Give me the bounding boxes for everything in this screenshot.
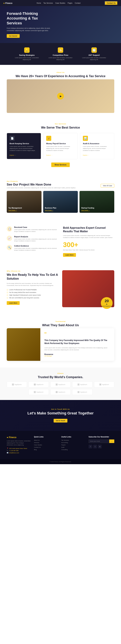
facebook-icon[interactable]: f — [88, 445, 92, 448]
footer-useful-4[interactable]: Consulting — [61, 449, 85, 450]
footer-quick-title: Quick Links — [34, 436, 58, 438]
project-tax-bg: Tax Management View Detail → — [7, 191, 42, 213]
nav-case[interactable]: Case Studies — [55, 2, 65, 4]
features-strip: 💡 Saving Strategies Lorem ipsum dolor si… — [0, 43, 121, 65]
experience-section: About Us We Have 20+ Years Of Experience… — [0, 65, 121, 116]
logo-icon-5: ■ — [99, 384, 101, 386]
project-tax[interactable]: Tax Management View Detail → — [7, 191, 42, 213]
stat-report-title: Report Analysis — [14, 236, 58, 238]
play-button[interactable] — [57, 93, 64, 100]
view-all-button[interactable]: View All Case — [101, 184, 114, 188]
project-tax-link[interactable]: View Detail → — [8, 210, 22, 211]
hero-section: Forward-Thinking Accounting & Tax Servic… — [0, 6, 121, 43]
footer-useful-col: Useful Links Tax Services Accounting Pay… — [61, 436, 85, 454]
big-number: 300+ — [63, 241, 114, 248]
payroll-icon: 💰 — [46, 136, 51, 141]
project-biz[interactable]: Business Plan View Detail → — [43, 191, 78, 213]
project-startup[interactable]: Startup Funding View Detail → — [80, 191, 114, 213]
nav-home[interactable]: Home — [37, 2, 41, 4]
stat-evidence-desc: Lorem ipsum dolor sit amet, consectetur … — [14, 248, 58, 251]
footer-quick-0[interactable]: About Us — [34, 440, 58, 441]
logo-text-7: ◆ logolpsum — [56, 391, 65, 393]
hero-cta-button[interactable]: Get Started — [7, 34, 20, 38]
quote-mark: " — [44, 332, 110, 337]
subscribe-button[interactable]: → — [109, 440, 114, 443]
logo-icon-8: ▲ — [78, 391, 80, 393]
learn-more-button[interactable]: Learn More — [63, 253, 76, 257]
logo-text: Fineco — [6, 2, 12, 4]
payroll-desc: Lorem ipsum dolor sit amet, consectetur … — [46, 146, 75, 152]
twitter-icon[interactable]: t — [93, 445, 97, 448]
stat-received-desc: Lorem ipsum dolor sit amet, consectetur … — [14, 229, 58, 232]
checklist-item-3: High Standard Professional Lorem Ipsum D… — [7, 294, 59, 296]
footer-quick-3[interactable]: Contact Us — [34, 446, 58, 448]
logo-icon-7: ◆ — [56, 391, 58, 393]
location-icon: 📍 — [7, 448, 8, 449]
payroll-title: Money Payroll Service — [46, 142, 75, 144]
payroll-link[interactable]: Explore → — [46, 154, 52, 156]
social-icons: f t in — [88, 445, 114, 448]
video-placeholder[interactable] — [7, 79, 114, 113]
show-services-button[interactable]: Show Services — [51, 162, 70, 167]
subscribe-form: → — [88, 440, 114, 443]
stats-right: Bold Approaches Expert Counsel Results T… — [63, 226, 114, 257]
nav-tax[interactable]: Tax Services — [43, 2, 53, 4]
support-icon: 🕐 — [92, 48, 97, 53]
footer-quick-2[interactable]: Case Studies — [34, 444, 58, 446]
navbar-cta-button[interactable]: Contact Us — [105, 1, 118, 5]
footer-quick-1[interactable]: Services — [34, 442, 58, 443]
project-startup-link[interactable]: View Detail → — [81, 210, 94, 211]
subscribe-input[interactable] — [88, 440, 109, 443]
project-startup-bg: Startup Funding View Detail → — [80, 191, 114, 213]
testimonial-role: HR Manager — [44, 355, 110, 357]
testimonial-quote: This Company Very Favorably Impressed Wi… — [44, 339, 110, 345]
stat-received: 📋 Received Case Lorem ipsum dolor sit am… — [7, 226, 58, 232]
bookkeeping-desc: Lorem ipsum dolor sit amet, consectetur … — [10, 146, 38, 152]
stat-received-title: Received Case — [14, 226, 58, 228]
nav-contact[interactable]: Contact — [75, 2, 80, 4]
stats-section: 📋 Received Case Lorem ipsum dolor sit am… — [0, 220, 121, 264]
experience-title: We Have 20+ Years Of Experience In Accou… — [7, 74, 114, 78]
trusted-section: Clients Trusted By World's Companies. ⬡ … — [0, 368, 121, 400]
navbar-links: Home Tax Services Case Studies Pages Con… — [37, 2, 81, 4]
projects-section: Our Projects See Our Project We Have Don… — [0, 174, 121, 220]
footer-quick-col: Quick Links About Us Services Case Studi… — [34, 436, 58, 454]
logo-item-5: ■ logolpsum — [94, 382, 114, 387]
footer-newsletter-col: Subscribe Our Newsletter → f t in — [88, 436, 114, 454]
logo-text-4: ● logolpsum — [78, 384, 87, 386]
footer-newsletter-title: Subscribe Our Newsletter — [88, 436, 114, 438]
footer-about-col: ● Fineco Lorem ipsum dolor sit amet, con… — [7, 436, 30, 454]
stats-left: 📋 Received Case Lorem ipsum dolor sit am… — [7, 226, 58, 254]
footer-useful-3[interactable]: Audit — [61, 446, 85, 448]
audit-link[interactable]: Explore → — [83, 154, 89, 156]
bookkeeping-link[interactable]: Explore → — [10, 154, 16, 156]
testimonial-content: " This Company Very Favorably Impressed … — [40, 328, 114, 361]
project-biz-link[interactable]: View Detail → — [45, 210, 56, 211]
footer-logo: ● Fineco — [7, 436, 30, 439]
footer-useful-1[interactable]: Accounting — [61, 442, 85, 443]
logo-item-6: ⬡ logolpsum — [28, 389, 49, 395]
stat-report-text: Report Analysis Lorem ipsum dolor sit am… — [14, 236, 58, 242]
footer-useful-2[interactable]: Payroll — [61, 444, 85, 446]
footer-quick-4[interactable]: Blog — [34, 449, 58, 450]
navbar-logo[interactable]: ● Fineco — [3, 2, 12, 4]
feature-support-title: 24/7 Support — [88, 54, 100, 56]
evidence-icon: 🔍 — [7, 245, 12, 250]
nav-pages[interactable]: Pages — [68, 2, 72, 4]
footer-desc: Lorem ipsum dolor sit amet, consectetur … — [7, 440, 30, 446]
footer-useful-0[interactable]: Tax Services — [61, 440, 85, 441]
phone-icon: 📞 — [7, 450, 8, 452]
trusted-tag: Clients — [7, 372, 114, 374]
feature-saving-title: Saving Strategies — [19, 54, 34, 56]
project-startup-label: Startup Funding — [81, 207, 94, 209]
logo-item-2: ◆ logolpsum — [28, 382, 49, 387]
logo-text-6: ⬡ logolpsum — [34, 391, 43, 393]
logo-icon-4: ● — [78, 384, 80, 386]
logo-item-1: ⬡ logolpsum — [7, 382, 27, 387]
linkedin-icon[interactable]: in — [98, 445, 102, 448]
projects-tag: Our Projects — [7, 180, 114, 182]
service-card-bookkeeping: 📄 Book Keeping Service Lorem ipsum dolor… — [7, 133, 41, 159]
solution-learn-button[interactable]: Learn More — [7, 301, 20, 305]
cta-button[interactable]: Get In Touch — [54, 419, 68, 422]
logo-item-7: ◆ logolpsum — [50, 389, 70, 395]
